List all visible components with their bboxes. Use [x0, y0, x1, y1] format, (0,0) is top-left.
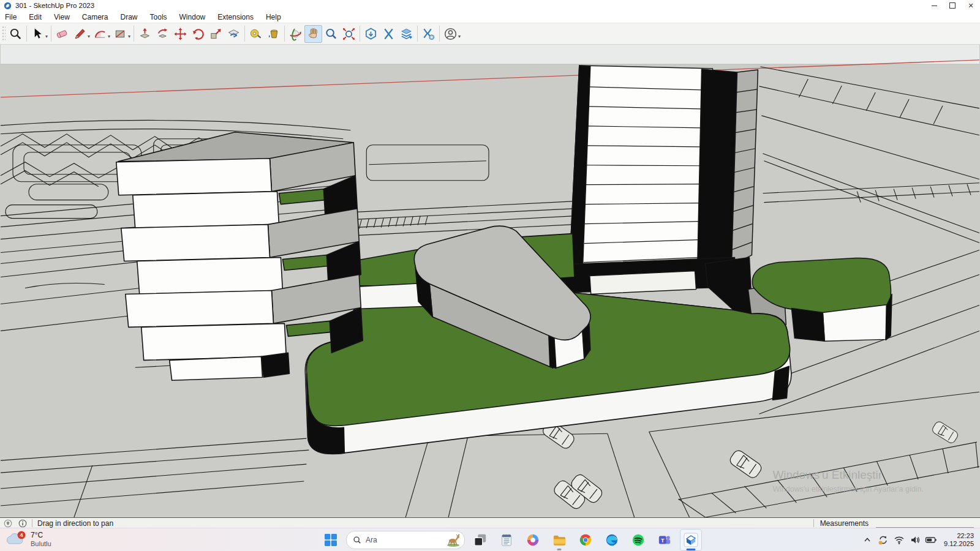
line-tool-button[interactable]: [71, 25, 89, 43]
follow-me-tool-button[interactable]: [154, 25, 172, 43]
pan-hand-icon: [306, 27, 320, 41]
task-view-button[interactable]: [469, 529, 491, 551]
paint-bucket-icon: [266, 27, 281, 41]
clock-date: 9.12.2025: [944, 540, 974, 548]
sketchup-app-icon: [4, 2, 12, 10]
menu-camera[interactable]: Camera: [76, 11, 115, 23]
account-button[interactable]: [442, 25, 459, 43]
file-explorer-button[interactable]: [548, 529, 570, 551]
3d-warehouse-button[interactable]: [362, 25, 380, 43]
eraser-icon: [55, 27, 69, 41]
cloud-icon: 4: [5, 530, 27, 549]
zoom-tool-button[interactable]: [322, 25, 340, 43]
arc-tool-button[interactable]: [91, 25, 109, 43]
menu-file[interactable]: File: [0, 11, 23, 23]
measurements-input[interactable]: [876, 519, 974, 528]
windows-logo-icon: [324, 533, 337, 547]
follow-me-icon: [156, 27, 170, 41]
chrome-app-button[interactable]: [575, 529, 597, 551]
info-icon[interactable]: [18, 519, 27, 528]
hidden-icons-chevron[interactable]: [861, 533, 874, 547]
push-pull-tool-button[interactable]: [136, 25, 154, 43]
select-arrow-icon: [31, 27, 45, 41]
search-box[interactable]: Ara: [346, 531, 465, 549]
notepad-app-button[interactable]: [496, 529, 518, 551]
rotate-tool-button[interactable]: [189, 25, 207, 43]
select-tool-button[interactable]: [29, 25, 47, 43]
menu-draw[interactable]: Draw: [115, 11, 144, 23]
menu-edit[interactable]: Edit: [23, 11, 48, 23]
menu-bar: File Edit View Camera Draw Tools Window …: [0, 11, 980, 23]
sky: [1, 43, 979, 64]
tape-measure-tool-button[interactable]: [247, 25, 265, 43]
sketchup-active-indicator: [687, 549, 696, 550]
file-explorer-icon: [552, 533, 567, 547]
menu-view[interactable]: View: [48, 11, 76, 23]
toolbar-grip[interactable]: [2, 26, 6, 42]
paint-bucket-tool-button[interactable]: [265, 25, 282, 43]
svg-text:4: 4: [20, 532, 23, 538]
scale-tool-button[interactable]: [207, 25, 225, 43]
account-person-icon: [443, 27, 458, 41]
copilot-app-button[interactable]: [522, 529, 544, 551]
clock[interactable]: 22:23 9.12.2025: [944, 532, 976, 548]
arc-icon: [93, 27, 107, 41]
copilot-icon: [526, 533, 540, 547]
viewport[interactable]: Windows'u Etkinleştir Windows'u etkinleş…: [0, 43, 980, 517]
pencil-icon: [73, 27, 87, 41]
search-placeholder: Ara: [366, 536, 440, 544]
push-pull-icon: [138, 27, 152, 41]
tower-building: [555, 66, 758, 294]
window-title: 301 - SketchUp Pro 2023: [15, 2, 94, 9]
maximize-button[interactable]: [943, 0, 962, 11]
search-icon: [353, 536, 361, 544]
orbit-tool-button[interactable]: [287, 25, 304, 43]
extension-warehouse-icon: [382, 27, 396, 41]
svg-text:T: T: [661, 538, 665, 544]
sketchup-app-button[interactable]: [680, 529, 702, 551]
offset-tool-button[interactable]: [225, 25, 243, 43]
components-button[interactable]: [398, 25, 415, 43]
move-icon: [173, 27, 187, 41]
watermark-line2: Windows'u etkinleştirmek için Ayarlar'a …: [772, 485, 923, 493]
zoom-extents-tool-button[interactable]: [340, 25, 358, 43]
teams-app-button[interactable]: T: [654, 529, 676, 551]
wifi-icon[interactable]: [892, 533, 906, 547]
edge-app-button[interactable]: [601, 529, 623, 551]
status-hint: Drag in direction to pan: [37, 519, 113, 528]
close-button[interactable]: ✕: [962, 0, 980, 11]
rectangle-icon: [113, 27, 127, 41]
model-scene: Windows'u Etkinleştir Windows'u etkinleş…: [0, 43, 980, 517]
explorer-open-indicator: [557, 549, 562, 550]
search-highlight-deer-icon: [445, 533, 462, 547]
menu-tools[interactable]: Tools: [144, 11, 173, 23]
sketchup-taskbar-icon: [684, 533, 698, 547]
spotify-app-button[interactable]: [627, 529, 649, 551]
spotify-icon: [631, 533, 645, 547]
geolocation-icon[interactable]: [4, 519, 12, 528]
volume-icon[interactable]: [908, 533, 922, 547]
menu-help[interactable]: Help: [260, 11, 287, 23]
orbit-icon: [288, 27, 303, 41]
weather-widget[interactable]: 4 7°C Bulutlu: [5, 530, 51, 549]
eraser-tool-button[interactable]: [53, 25, 71, 43]
weather-temp: 7°C: [31, 531, 51, 539]
notepad-icon: [500, 533, 513, 547]
components-layers-icon: [399, 27, 413, 41]
battery-icon[interactable]: [924, 533, 938, 547]
scale-icon: [209, 27, 223, 41]
tape-measure-icon: [249, 27, 263, 41]
extension-warehouse-button[interactable]: [380, 25, 398, 43]
menu-window[interactable]: Window: [173, 11, 212, 23]
move-tool-button[interactable]: [172, 25, 189, 43]
zoom-window-tool-button[interactable]: [7, 25, 24, 43]
minimize-button[interactable]: [925, 0, 943, 11]
rectangle-tool-button[interactable]: [111, 25, 129, 43]
pan-tool-button[interactable]: [304, 25, 322, 43]
sync-icon[interactable]: [876, 533, 890, 547]
start-button[interactable]: [320, 529, 342, 551]
menu-extensions[interactable]: Extensions: [211, 11, 260, 23]
extension-manager-button[interactable]: [420, 25, 437, 43]
measurements-label: Measurements: [820, 519, 869, 528]
offset-icon: [227, 27, 241, 41]
